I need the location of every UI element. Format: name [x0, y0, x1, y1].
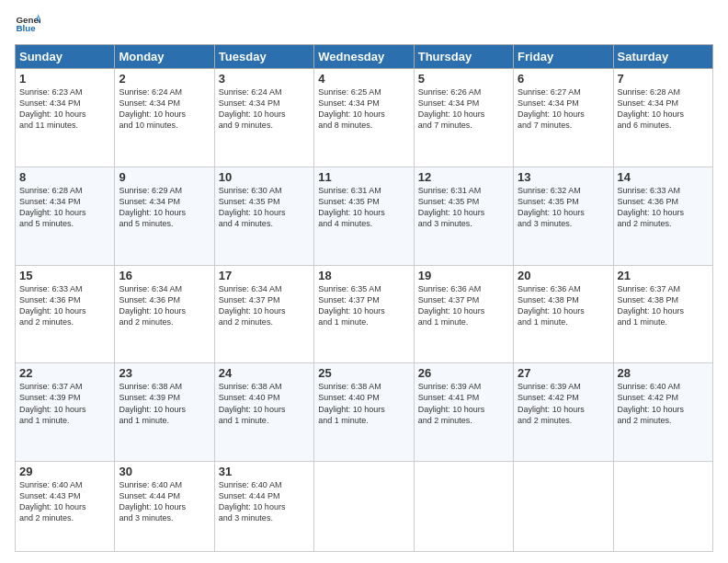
calendar-cell: 30Sunrise: 6:40 AMSunset: 4:44 PMDayligh…	[115, 462, 214, 552]
day-number: 9	[119, 170, 210, 184]
day-number: 3	[219, 72, 310, 86]
day-number: 17	[219, 269, 310, 282]
cell-text: Sunrise: 6:31 AMSunset: 4:35 PMDaylight:…	[318, 185, 409, 230]
day-header-wednesday: Wednesday	[314, 45, 414, 69]
cell-text: Sunrise: 6:28 AMSunset: 4:34 PMDaylight:…	[19, 185, 110, 230]
calendar-cell: 6Sunrise: 6:27 AMSunset: 4:34 PMDaylight…	[514, 69, 613, 167]
logo-icon: General Blue	[15, 11, 40, 37]
day-number: 7	[618, 72, 709, 86]
cell-text: Sunrise: 6:40 AMSunset: 4:42 PMDaylight:…	[618, 381, 709, 426]
cell-text: Sunrise: 6:36 AMSunset: 4:37 PMDaylight:…	[418, 283, 509, 328]
cell-text: Sunrise: 6:23 AMSunset: 4:34 PMDaylight:…	[19, 86, 110, 132]
calendar-cell: 11Sunrise: 6:31 AMSunset: 4:35 PMDayligh…	[314, 167, 414, 265]
calendar-cell: 17Sunrise: 6:34 AMSunset: 4:37 PMDayligh…	[214, 265, 313, 363]
calendar-header-row: SundayMondayTuesdayWednesdayThursdayFrid…	[16, 45, 713, 69]
cell-text: Sunrise: 6:40 AMSunset: 4:44 PMDaylight:…	[119, 479, 210, 524]
cell-text: Sunrise: 6:33 AMSunset: 4:36 PMDaylight:…	[19, 283, 110, 328]
calendar-cell: 3Sunrise: 6:24 AMSunset: 4:34 PMDaylight…	[214, 69, 313, 167]
cell-text: Sunrise: 6:26 AMSunset: 4:34 PMDaylight:…	[418, 86, 509, 132]
calendar-cell: 19Sunrise: 6:36 AMSunset: 4:37 PMDayligh…	[414, 265, 513, 363]
calendar-cell: 24Sunrise: 6:38 AMSunset: 4:40 PMDayligh…	[214, 363, 313, 462]
day-number: 14	[618, 170, 709, 184]
calendar-cell: 26Sunrise: 6:39 AMSunset: 4:41 PMDayligh…	[414, 363, 513, 462]
day-number: 13	[518, 170, 609, 184]
cell-text: Sunrise: 6:40 AMSunset: 4:43 PMDaylight:…	[19, 479, 110, 524]
day-header-saturday: Saturday	[613, 45, 712, 69]
calendar-cell: 16Sunrise: 6:34 AMSunset: 4:36 PMDayligh…	[115, 265, 214, 363]
day-header-sunday: Sunday	[16, 45, 115, 69]
calendar-cell: 5Sunrise: 6:26 AMSunset: 4:34 PMDaylight…	[414, 69, 513, 167]
cell-text: Sunrise: 6:28 AMSunset: 4:34 PMDaylight:…	[618, 86, 709, 132]
day-number: 26	[418, 366, 509, 380]
svg-text:Blue: Blue	[16, 23, 36, 33]
cell-text: Sunrise: 6:39 AMSunset: 4:41 PMDaylight:…	[418, 381, 509, 426]
calendar-cell: 20Sunrise: 6:36 AMSunset: 4:38 PMDayligh…	[514, 265, 613, 363]
calendar-cell: 13Sunrise: 6:32 AMSunset: 4:35 PMDayligh…	[514, 167, 613, 265]
day-number: 20	[518, 269, 609, 282]
day-header-friday: Friday	[514, 45, 613, 69]
day-number: 15	[19, 269, 110, 282]
calendar-cell	[514, 462, 613, 552]
cell-text: Sunrise: 6:38 AMSunset: 4:40 PMDaylight:…	[318, 381, 409, 426]
cell-text: Sunrise: 6:30 AMSunset: 4:35 PMDaylight:…	[219, 185, 310, 230]
cell-text: Sunrise: 6:36 AMSunset: 4:38 PMDaylight:…	[518, 283, 609, 328]
calendar-cell: 22Sunrise: 6:37 AMSunset: 4:39 PMDayligh…	[16, 363, 115, 462]
calendar-cell: 10Sunrise: 6:30 AMSunset: 4:35 PMDayligh…	[214, 167, 313, 265]
cell-text: Sunrise: 6:39 AMSunset: 4:42 PMDaylight:…	[518, 381, 609, 426]
calendar-cell: 31Sunrise: 6:40 AMSunset: 4:44 PMDayligh…	[214, 462, 313, 552]
calendar-cell: 4Sunrise: 6:25 AMSunset: 4:34 PMDaylight…	[314, 69, 414, 167]
calendar-cell: 15Sunrise: 6:33 AMSunset: 4:36 PMDayligh…	[16, 265, 115, 363]
day-number: 28	[618, 366, 709, 380]
cell-text: Sunrise: 6:31 AMSunset: 4:35 PMDaylight:…	[418, 185, 509, 230]
calendar-cell: 12Sunrise: 6:31 AMSunset: 4:35 PMDayligh…	[414, 167, 513, 265]
day-number: 24	[219, 366, 310, 380]
calendar-body: 1Sunrise: 6:23 AMSunset: 4:34 PMDaylight…	[16, 69, 713, 552]
day-number: 29	[19, 465, 110, 478]
calendar-cell: 7Sunrise: 6:28 AMSunset: 4:34 PMDaylight…	[613, 69, 712, 167]
cell-text: Sunrise: 6:29 AMSunset: 4:34 PMDaylight:…	[119, 185, 210, 230]
day-number: 5	[418, 72, 509, 86]
day-number: 1	[19, 72, 110, 86]
cell-text: Sunrise: 6:35 AMSunset: 4:37 PMDaylight:…	[318, 283, 409, 328]
cell-text: Sunrise: 6:33 AMSunset: 4:36 PMDaylight:…	[618, 185, 709, 230]
day-number: 23	[119, 366, 210, 380]
calendar-table: SundayMondayTuesdayWednesdayThursdayFrid…	[15, 44, 713, 552]
calendar-cell: 14Sunrise: 6:33 AMSunset: 4:36 PMDayligh…	[613, 167, 712, 265]
day-number: 11	[318, 170, 409, 184]
cell-text: Sunrise: 6:34 AMSunset: 4:36 PMDaylight:…	[119, 283, 210, 328]
calendar-cell: 8Sunrise: 6:28 AMSunset: 4:34 PMDaylight…	[16, 167, 115, 265]
day-header-thursday: Thursday	[414, 45, 513, 69]
day-number: 19	[418, 269, 509, 282]
cell-text: Sunrise: 6:40 AMSunset: 4:44 PMDaylight:…	[219, 479, 310, 524]
cell-text: Sunrise: 6:37 AMSunset: 4:38 PMDaylight:…	[618, 283, 709, 328]
cell-text: Sunrise: 6:38 AMSunset: 4:40 PMDaylight:…	[219, 381, 310, 426]
day-number: 18	[318, 269, 409, 282]
day-number: 12	[418, 170, 509, 184]
day-number: 22	[19, 366, 110, 380]
calendar-cell	[414, 462, 513, 552]
day-number: 31	[219, 465, 310, 478]
day-number: 4	[318, 72, 409, 86]
header: General Blue	[15, 11, 713, 37]
calendar-page: General Blue SundayMondayTuesdayWednesda…	[0, 0, 728, 563]
logo: General Blue	[15, 11, 40, 37]
day-number: 27	[518, 366, 609, 380]
cell-text: Sunrise: 6:24 AMSunset: 4:34 PMDaylight:…	[219, 86, 310, 132]
calendar-cell	[314, 462, 414, 552]
cell-text: Sunrise: 6:34 AMSunset: 4:37 PMDaylight:…	[219, 283, 310, 328]
calendar-cell: 18Sunrise: 6:35 AMSunset: 4:37 PMDayligh…	[314, 265, 414, 363]
calendar-cell	[613, 462, 712, 552]
day-number: 8	[19, 170, 110, 184]
cell-text: Sunrise: 6:27 AMSunset: 4:34 PMDaylight:…	[518, 86, 609, 132]
day-number: 6	[518, 72, 609, 86]
calendar-cell: 2Sunrise: 6:24 AMSunset: 4:34 PMDaylight…	[115, 69, 214, 167]
day-header-monday: Monday	[115, 45, 214, 69]
calendar-cell: 1Sunrise: 6:23 AMSunset: 4:34 PMDaylight…	[16, 69, 115, 167]
calendar-cell: 27Sunrise: 6:39 AMSunset: 4:42 PMDayligh…	[514, 363, 613, 462]
cell-text: Sunrise: 6:24 AMSunset: 4:34 PMDaylight:…	[119, 86, 210, 132]
day-number: 16	[119, 269, 210, 282]
cell-text: Sunrise: 6:32 AMSunset: 4:35 PMDaylight:…	[518, 185, 609, 230]
day-number: 30	[119, 465, 210, 478]
calendar-cell: 9Sunrise: 6:29 AMSunset: 4:34 PMDaylight…	[115, 167, 214, 265]
calendar-cell: 28Sunrise: 6:40 AMSunset: 4:42 PMDayligh…	[613, 363, 712, 462]
